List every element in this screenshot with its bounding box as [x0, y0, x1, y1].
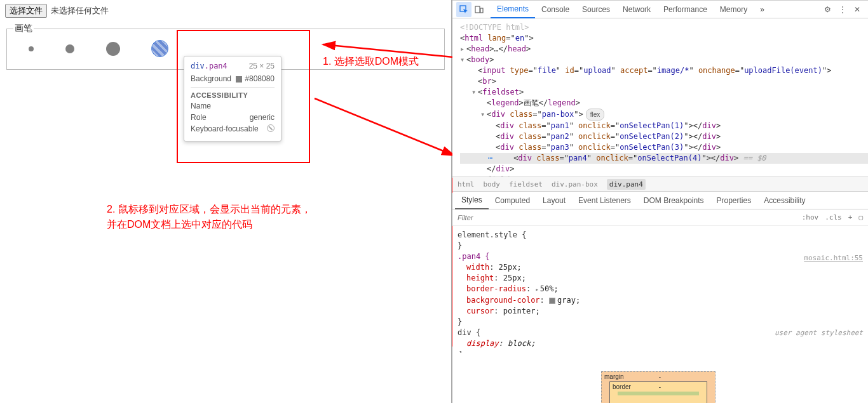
dom-breadcrumb: html body fieldset div.pan-box div.pan4 [452, 176, 868, 192]
user-agent-label: user agent stylesheet [775, 327, 863, 338]
tab-performance[interactable]: Performance [657, 1, 714, 18]
flex-badge[interactable]: flex [586, 109, 605, 121]
kebab-menu-icon[interactable]: ⋮ [835, 3, 850, 17]
styles-filter-input[interactable] [458, 214, 802, 221]
tooltip-selector: div.pan4 [191, 62, 227, 70]
file-status-text: 未选择任何文件 [51, 5, 109, 17]
rule-source-link[interactable]: mosaic.html:55 [804, 253, 863, 263]
tab-more[interactable]: » [754, 1, 771, 18]
element-inspector-tooltip: div.pan4 25 × 25 Background #808080 ACCE… [184, 56, 281, 142]
tab-elements[interactable]: Elements [491, 1, 535, 18]
selected-dom-node[interactable]: ⋯ <div class="pan4" onclick="onSelectPan… [460, 153, 868, 164]
pan-box [13, 34, 438, 56]
settings-gear-icon[interactable]: ⚙ [820, 3, 835, 17]
hov-toggle[interactable]: :hov [802, 213, 819, 221]
subtab-properties[interactable]: Properties [710, 192, 758, 209]
cls-toggle[interactable]: .cls [825, 213, 842, 221]
breadcrumb-html[interactable]: html [458, 180, 475, 188]
brush-size-4[interactable] [152, 41, 168, 56]
tooltip-a11y-header: ACCESSIBILITY [191, 91, 275, 99]
inspect-element-icon[interactable] [456, 2, 471, 17]
file-input-row: 选择文件 未选择任何文件 [0, 0, 451, 22]
brush-size-1[interactable] [29, 46, 34, 51]
annotation-step2: 2. 鼠标移到对应区域，会显示出当前的元素， 并在DOM文档上选中对应的代码 [107, 202, 311, 232]
brush-size-2[interactable] [65, 44, 74, 53]
tooltip-bg-label: Background [191, 74, 231, 83]
breadcrumb-body[interactable]: body [484, 180, 501, 188]
brush-size-3[interactable] [106, 42, 120, 56]
close-devtools-icon[interactable]: ✕ [850, 3, 864, 17]
subtab-layout[interactable]: Layout [536, 192, 572, 209]
devtools-panel: Elements Console Sources Network Perform… [452, 0, 868, 403]
add-rule-button[interactable]: + [848, 213, 853, 221]
computed-toggle-icon[interactable]: ▢ [858, 213, 863, 221]
choose-file-button[interactable]: 选择文件 [5, 4, 47, 18]
subtab-styles[interactable]: Styles [455, 192, 489, 209]
tooltip-name-label: Name [191, 102, 211, 110]
styles-filter-row: :hov .cls + ▢ [452, 209, 868, 226]
tab-memory[interactable]: Memory [714, 1, 754, 18]
tooltip-kf-label: Keyboard-focusable [191, 124, 259, 133]
dom-doctype: <!DOCTYPE html> [460, 22, 868, 33]
tooltip-dimensions: 25 × 25 [249, 62, 275, 70]
fieldset-legend: 画笔 [13, 23, 34, 34]
styles-subtabs: Styles Computed Layout Event Listeners D… [452, 192, 868, 209]
svg-rect-5 [480, 8, 483, 13]
tab-network[interactable]: Network [616, 1, 657, 18]
subtab-accessibility[interactable]: Accessibility [757, 192, 811, 209]
tab-console[interactable]: Console [535, 1, 576, 18]
subtab-computed[interactable]: Computed [489, 192, 536, 209]
dom-tree[interactable]: <!DOCTYPE html> <html lang="en"> ▸<head>… [452, 18, 868, 176]
box-model-diagram: margin- border- [601, 371, 715, 403]
tooltip-bg-value: #808080 [236, 74, 275, 83]
subtab-dom-breakpoints[interactable]: DOM Breakpoints [637, 192, 710, 209]
device-toolbar-icon[interactable] [471, 2, 487, 17]
breadcrumb-pan4[interactable]: div.pan4 [607, 179, 646, 190]
annotation-step1: 1. 选择选取DOM模式 [323, 54, 419, 69]
tooltip-role-value: generic [250, 113, 275, 122]
breadcrumb-panbox[interactable]: div.pan-box [552, 180, 598, 188]
svg-rect-4 [475, 6, 480, 13]
devtools-tabbar: Elements Console Sources Network Perform… [452, 1, 868, 18]
tab-sources[interactable]: Sources [576, 1, 616, 18]
color-swatch-icon[interactable] [549, 298, 555, 304]
styles-pane[interactable]: element.style { } mosaic.html:55.pan4 { … [452, 226, 868, 353]
breadcrumb-fieldset[interactable]: fieldset [509, 180, 543, 188]
tooltip-role-label: Role [191, 113, 207, 122]
forbidden-icon [267, 124, 275, 132]
subtab-event-listeners[interactable]: Event Listeners [572, 192, 637, 209]
